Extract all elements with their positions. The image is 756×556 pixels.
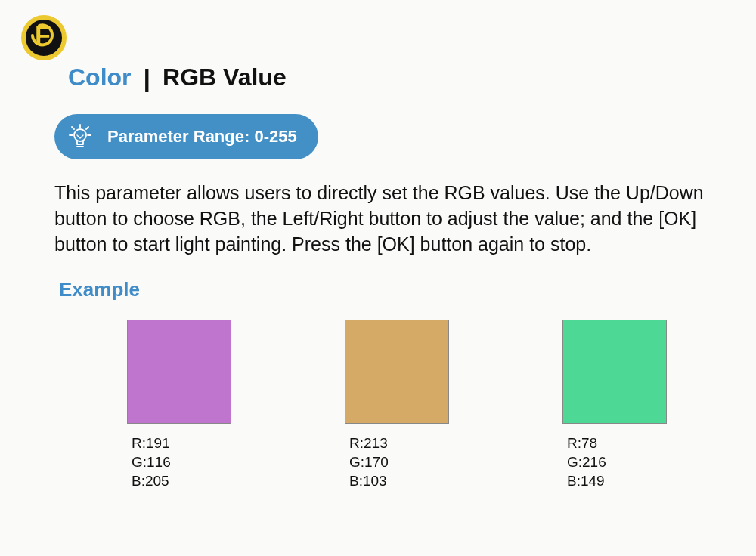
color-swatch — [562, 320, 667, 424]
swatch-r: R:213 — [349, 434, 389, 453]
swatch-item: R:191 G:116 B:205 — [127, 320, 231, 490]
color-swatch — [127, 320, 231, 424]
page-title-row: Color | RGB Value — [21, 62, 726, 91]
swatch-r: R:191 — [132, 434, 171, 453]
title-accent: Color — [68, 63, 132, 91]
swatch-rgb: R:191 G:116 B:205 — [127, 434, 171, 490]
example-heading: Example — [21, 278, 726, 301]
swatch-g: G:216 — [567, 453, 606, 472]
brand-logo-glyph: F — [30, 22, 57, 54]
brand-logo: F — [21, 15, 67, 60]
parameter-range-pill: Parameter Range: 0-255 — [54, 114, 318, 159]
svg-point-1 — [74, 129, 86, 141]
swatch-b: B:103 — [349, 472, 389, 491]
swatch-r: R:78 — [567, 434, 606, 453]
title-separator: | — [144, 63, 151, 93]
parameter-range-label: Parameter Range: 0-255 — [107, 127, 297, 147]
swatch-b: B:205 — [132, 472, 171, 491]
swatch-row: R:191 G:116 B:205 R:213 G:170 B:103 R:78… — [21, 320, 726, 490]
lightbulb-icon — [65, 122, 95, 152]
swatch-rgb: R:78 G:216 B:149 — [562, 434, 606, 490]
title-main: RGB Value — [163, 63, 287, 91]
swatch-rgb: R:213 G:170 B:103 — [345, 434, 389, 490]
color-swatch — [345, 320, 449, 424]
swatch-item: R:213 G:170 B:103 — [345, 320, 449, 490]
swatch-g: G:116 — [132, 453, 171, 472]
swatch-g: G:170 — [349, 453, 389, 472]
description-text: This parameter allows users to directly … — [21, 181, 726, 257]
swatch-item: R:78 G:216 B:149 — [562, 320, 667, 490]
swatch-b: B:149 — [567, 472, 606, 491]
